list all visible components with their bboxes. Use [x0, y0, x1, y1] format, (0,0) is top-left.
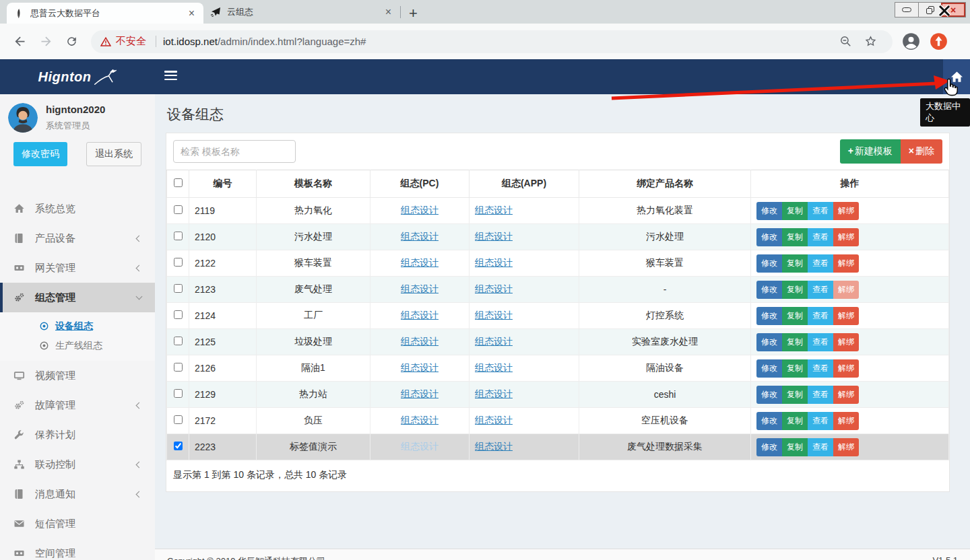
app-config-link[interactable]: 组态设计 — [475, 441, 513, 452]
row-checkbox[interactable] — [174, 258, 183, 267]
row-checkbox[interactable] — [174, 310, 183, 319]
copy-button[interactable]: 复制 — [782, 202, 808, 220]
address-bar[interactable]: 不安全 iot.idosp.net/admin/index.html?langu… — [91, 30, 893, 53]
hamburger-menu-icon[interactable] — [164, 71, 177, 82]
pc-config-link[interactable]: 组态设计 — [401, 441, 439, 452]
browser-profile-icon[interactable] — [902, 32, 920, 50]
copy-button[interactable]: 复制 — [782, 307, 808, 325]
view-button[interactable]: 查看 — [808, 307, 833, 325]
view-button[interactable]: 查看 — [808, 359, 833, 378]
sidebar-item-video-mgmt[interactable]: 视频管理 — [0, 361, 155, 390]
pc-config-link[interactable]: 组态设计 — [401, 388, 439, 399]
app-config-link[interactable]: 组态设计 — [475, 283, 513, 294]
view-button[interactable]: 查看 — [808, 333, 833, 351]
view-button[interactable]: 查看 — [808, 438, 833, 456]
bookmark-star-icon[interactable] — [864, 35, 877, 48]
row-checkbox[interactable] — [174, 389, 183, 398]
app-config-link[interactable]: 组态设计 — [475, 388, 513, 399]
unbind-button[interactable]: 解绑 — [833, 307, 859, 325]
forward-button[interactable] — [39, 34, 53, 48]
edit-button[interactable]: 修改 — [756, 202, 782, 220]
row-checkbox[interactable] — [174, 363, 183, 372]
copy-button[interactable]: 复制 — [782, 254, 808, 273]
sidebar-item-space-mgmt[interactable]: 空间管理 — [0, 538, 155, 560]
edit-button[interactable]: 修改 — [756, 228, 782, 246]
app-config-link[interactable]: 组态设计 — [475, 310, 513, 320]
edit-button[interactable]: 修改 — [756, 307, 782, 325]
edit-button[interactable]: 修改 — [756, 254, 782, 273]
new-tab-button[interactable]: + — [409, 6, 418, 21]
sidebar-item-sms-mgmt[interactable]: 短信管理 — [0, 509, 155, 538]
copy-button[interactable]: 复制 — [782, 281, 808, 299]
row-checkbox[interactable] — [174, 205, 183, 214]
sidebar-item-gateway-mgmt[interactable]: 网关管理 — [0, 253, 155, 283]
app-config-link[interactable]: 组态设计 — [475, 362, 513, 373]
pc-config-link[interactable]: 组态设计 — [401, 310, 439, 320]
pc-config-link[interactable]: 组态设计 — [401, 283, 439, 294]
sidebar-item-message-notify[interactable]: 消息通知 — [0, 479, 155, 509]
app-config-link[interactable]: 组态设计 — [475, 205, 513, 215]
sidebar-item-config-mgmt[interactable]: 组态管理 — [0, 283, 155, 312]
pc-config-link[interactable]: 组态设计 — [401, 205, 439, 215]
select-all-checkbox[interactable] — [174, 178, 183, 187]
tab-close-button[interactable]: × — [383, 6, 393, 18]
extension-arrow-icon[interactable] — [930, 32, 948, 50]
row-checkbox[interactable] — [174, 442, 183, 450]
minimize-button[interactable] — [895, 3, 918, 17]
pc-config-link[interactable]: 组态设计 — [401, 257, 439, 268]
sidebar-subitem-device-config[interactable]: 设备组态 — [0, 316, 155, 336]
edit-button[interactable]: 修改 — [756, 386, 782, 404]
row-checkbox[interactable] — [174, 415, 183, 424]
security-warning-label[interactable]: 不安全 — [116, 35, 146, 48]
row-checkbox[interactable] — [174, 337, 183, 345]
copy-button[interactable]: 复制 — [782, 228, 808, 246]
edit-button[interactable]: 修改 — [756, 333, 782, 351]
change-password-button[interactable]: 修改密码 — [13, 142, 67, 166]
copy-button[interactable]: 复制 — [782, 386, 808, 404]
view-button[interactable]: 查看 — [808, 281, 833, 299]
pc-config-link[interactable]: 组态设计 — [401, 362, 439, 373]
app-config-link[interactable]: 组态设计 — [475, 336, 513, 347]
view-button[interactable]: 查看 — [808, 412, 833, 430]
search-input[interactable] — [173, 140, 296, 163]
sidebar-item-fault-mgmt[interactable]: 故障管理 — [0, 390, 155, 420]
app-config-link[interactable]: 组态设计 — [475, 415, 513, 425]
unbind-button[interactable]: 解绑 — [833, 412, 859, 430]
sidebar-item-system-overview[interactable]: 系统总览 — [0, 194, 155, 223]
unbind-button[interactable]: 解绑 — [833, 254, 859, 273]
copy-button[interactable]: 复制 — [782, 333, 808, 351]
app-config-link[interactable]: 组态设计 — [475, 257, 513, 268]
refresh-button[interactable] — [65, 35, 78, 48]
edit-button[interactable]: 修改 — [756, 438, 782, 456]
edit-button[interactable]: 修改 — [756, 412, 782, 430]
unbind-button[interactable]: 解绑 — [833, 228, 859, 246]
edit-button[interactable]: 修改 — [756, 359, 782, 378]
app-config-link[interactable]: 组态设计 — [475, 231, 513, 242]
sidebar-item-product-device[interactable]: 产品设备 — [0, 223, 155, 253]
browser-tab-inactive[interactable]: 云组态 × — [203, 1, 400, 24]
tab-close-button[interactable]: × — [187, 7, 197, 20]
copy-button[interactable]: 复制 — [782, 412, 808, 430]
unbind-button[interactable]: 解绑 — [833, 281, 859, 299]
unbind-button[interactable]: 解绑 — [833, 202, 859, 220]
url-text[interactable]: iot.idosp.net/admin/index.html?language=… — [163, 36, 366, 47]
pc-config-link[interactable]: 组态设计 — [401, 231, 439, 242]
view-button[interactable]: 查看 — [808, 254, 833, 273]
unbind-button[interactable]: 解绑 — [833, 438, 859, 456]
pc-config-link[interactable]: 组态设计 — [401, 336, 439, 347]
unbind-button[interactable]: 解绑 — [833, 333, 859, 351]
browser-tab-active[interactable]: 思普云大数据平台 × — [7, 3, 203, 24]
new-template-button[interactable]: +新建模板 — [840, 139, 901, 164]
zoom-out-icon[interactable] — [839, 35, 852, 48]
delete-button[interactable]: ×删除 — [901, 139, 942, 164]
unbind-button[interactable]: 解绑 — [833, 359, 859, 378]
logout-button[interactable]: 退出系统 — [86, 142, 141, 166]
edit-button[interactable]: 修改 — [756, 281, 782, 299]
back-button[interactable] — [13, 34, 27, 48]
pc-config-link[interactable]: 组态设计 — [401, 415, 439, 425]
view-button[interactable]: 查看 — [808, 228, 833, 246]
view-button[interactable]: 查看 — [808, 386, 833, 404]
row-checkbox[interactable] — [174, 232, 183, 240]
row-checkbox[interactable] — [174, 284, 183, 293]
view-button[interactable]: 查看 — [808, 202, 833, 220]
